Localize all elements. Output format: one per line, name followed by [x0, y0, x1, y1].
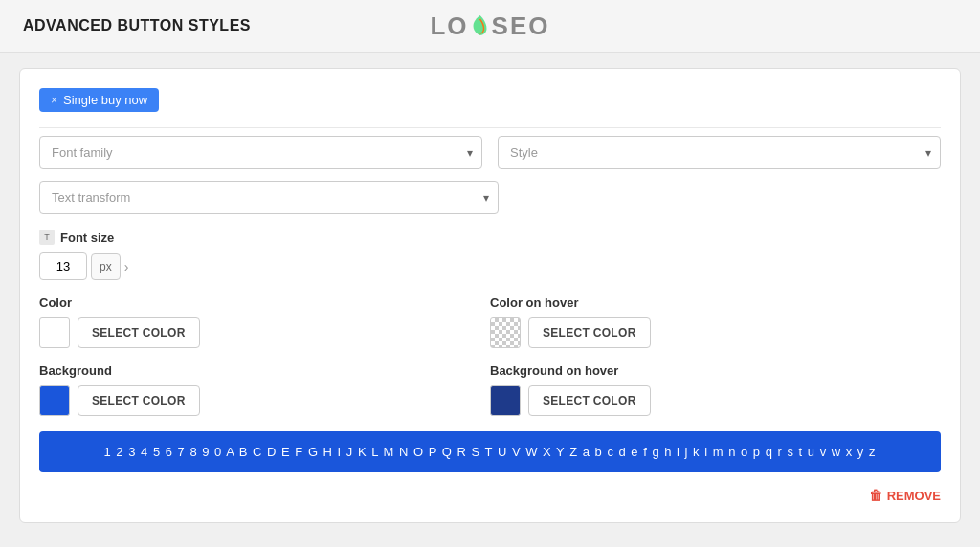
- background-on-hover-label: Background on hover: [490, 363, 941, 378]
- color-on-hover-label: Color on hover: [490, 295, 941, 310]
- select-background-color-button[interactable]: SELECT COLOR: [78, 385, 200, 416]
- logo-seo: SEO: [492, 11, 550, 41]
- font-size-input[interactable]: [39, 252, 87, 280]
- background-color-swatch: [39, 385, 70, 416]
- logo: LO SEO: [430, 11, 549, 41]
- tag-row: × Single buy now: [39, 88, 941, 112]
- color-on-hover-button-row: SELECT COLOR: [490, 317, 941, 348]
- styles-card: × Single buy now Font family Arial Helve…: [19, 68, 961, 523]
- preview-bar: 1 2 3 4 5 6 7 8 9 0 A B C D E F G H I J …: [39, 431, 941, 472]
- remove-row: 🗑 REMOVE: [39, 488, 941, 503]
- add-rule-row: + ADD RULE: [19, 538, 961, 547]
- color-label: Color: [39, 295, 490, 310]
- logo-leaf-icon: [470, 13, 491, 38]
- color-swatch: [39, 317, 70, 348]
- background-label: Background: [39, 363, 490, 378]
- tag-close-icon[interactable]: ×: [51, 94, 57, 107]
- text-transform-row: Text transform None Uppercase Lowercase …: [39, 181, 941, 214]
- text-transform-wrapper: Text transform None Uppercase Lowercase …: [39, 181, 499, 214]
- tag-label: Single buy now: [63, 93, 147, 107]
- color-sections: Color SELECT COLOR Background SELECT COL…: [39, 295, 941, 431]
- main-content: × Single buy now Font family Arial Helve…: [0, 53, 980, 547]
- chevron-right-icon[interactable]: ›: [124, 259, 129, 274]
- remove-label: REMOVE: [887, 489, 941, 503]
- color-on-hover-swatch: [490, 317, 521, 348]
- remove-button[interactable]: 🗑 REMOVE: [869, 488, 941, 503]
- font-family-style-row: Font family Arial Helvetica Times New Ro…: [39, 136, 941, 169]
- divider-1: [39, 127, 941, 128]
- background-on-hover-button-row: SELECT COLOR: [490, 385, 941, 416]
- text-transform-select[interactable]: Text transform None Uppercase Lowercase …: [39, 181, 499, 214]
- left-color-half: Color SELECT COLOR Background SELECT COL…: [39, 295, 490, 431]
- color-button-row: SELECT COLOR: [39, 317, 490, 348]
- font-size-label: Font size: [60, 230, 114, 245]
- select-color-on-hover-button[interactable]: SELECT COLOR: [528, 317, 651, 348]
- select-background-on-hover-button[interactable]: SELECT COLOR: [528, 385, 651, 416]
- style-wrapper: Style Normal Bold Italic ▾: [498, 136, 941, 169]
- font-size-label-row: T Font size: [39, 230, 941, 245]
- page-header: ADVANCED BUTTON STYLES LO SEO: [0, 0, 980, 53]
- logo-lo: LO: [430, 11, 468, 41]
- font-family-select[interactable]: Font family Arial Helvetica Times New Ro…: [39, 136, 482, 169]
- background-on-hover-swatch: [490, 385, 521, 416]
- right-color-half: Color on hover SELECT COLOR Background o…: [490, 295, 941, 431]
- font-size-controls: px ›: [39, 252, 941, 280]
- font-size-icon: T: [39, 230, 55, 245]
- font-family-wrapper: Font family Arial Helvetica Times New Ro…: [39, 136, 482, 169]
- single-buy-now-tag[interactable]: × Single buy now: [39, 88, 159, 112]
- background-button-row: SELECT COLOR: [39, 385, 490, 416]
- select-color-button[interactable]: SELECT COLOR: [78, 317, 200, 348]
- preview-text: 1 2 3 4 5 6 7 8 9 0 A B C D E F G H I J …: [104, 445, 877, 459]
- style-select[interactable]: Style Normal Bold Italic: [498, 136, 941, 169]
- font-size-section: T Font size px ›: [39, 230, 941, 280]
- px-label: px: [91, 253, 121, 280]
- trash-icon: 🗑: [869, 488, 882, 503]
- page-title: ADVANCED BUTTON STYLES: [23, 17, 251, 34]
